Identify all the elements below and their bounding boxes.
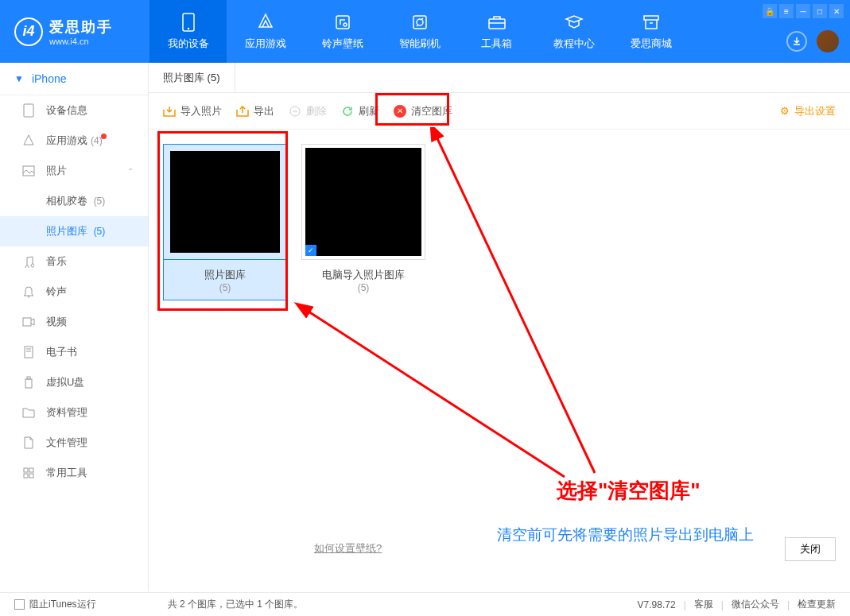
status-right: V7.98.72 | 客服 | 微信公众号 | 检查更新	[638, 598, 836, 611]
nav-label: 应用游戏	[245, 37, 286, 51]
sidebar-music[interactable]: 音乐	[0, 246, 148, 277]
sidebar-label: 电子书	[46, 345, 77, 359]
win-btn-maximize[interactable]: □	[813, 4, 827, 18]
export-settings-button[interactable]: ⚙ 导出设置	[780, 104, 836, 118]
count: (5)	[94, 226, 106, 237]
clear-icon: ✕	[394, 105, 406, 118]
apps-icon	[256, 13, 275, 32]
sidebar-label: 设备信息	[46, 103, 87, 118]
device-icon	[179, 13, 198, 32]
sidebar-label: 虚拟U盘	[46, 375, 84, 389]
main-content: 照片图库 (5) 导入照片 导出 删除 刷新 ✕ 清空图库 ⚙ 导出设置	[149, 63, 850, 591]
sidebar-device-info[interactable]: 设备信息	[0, 95, 148, 126]
svg-rect-13	[24, 474, 28, 478]
nav-flash[interactable]: 智能刷机	[381, 0, 458, 63]
sidebar-photo-library[interactable]: 照片图库 (5)	[0, 216, 148, 246]
sidebar-camera-roll[interactable]: 相机胶卷 (5)	[0, 186, 148, 216]
user-avatar[interactable]	[817, 30, 839, 52]
gallery: 照片图库 (5) ✓ 电脑导入照片图库 (5)	[149, 130, 850, 315]
folder-icon	[22, 406, 35, 419]
delete-icon	[289, 105, 301, 118]
nav-label: 铃声壁纸	[322, 37, 363, 51]
thumb-count: (5)	[305, 282, 422, 293]
tab-photo-library[interactable]: 照片图库 (5)	[149, 63, 235, 92]
nav-my-device[interactable]: 我的设备	[149, 0, 227, 63]
count: (5)	[94, 196, 106, 207]
header-right	[786, 30, 839, 52]
svg-rect-7	[23, 318, 31, 326]
refresh-icon	[341, 105, 354, 118]
clear-library-button[interactable]: ✕ 清空图库	[394, 104, 452, 118]
nav-label: 工具箱	[481, 37, 512, 51]
gallery-item-photo-library[interactable]: 照片图库 (5)	[163, 144, 287, 300]
files-icon	[22, 436, 35, 449]
toolbox-icon	[487, 13, 507, 32]
close-button[interactable]: 关闭	[785, 537, 836, 561]
win-btn-close[interactable]: ✕	[829, 4, 844, 18]
logo-icon: i4	[14, 17, 43, 46]
window-controls: 🔒 ≡ ─ □ ✕	[763, 4, 844, 18]
win-btn-menu[interactable]: ≡	[779, 4, 794, 18]
tool-label: 导入照片	[180, 104, 222, 118]
sub-label: 相机胶卷	[46, 195, 87, 207]
usb-icon	[22, 376, 35, 389]
service-link[interactable]: 客服	[694, 598, 713, 611]
svg-rect-10	[27, 377, 30, 379]
annotation-subtitle: 清空前可先将需要的照片导出到电脑上	[497, 525, 754, 545]
annotation-title: 选择"清空图库"	[557, 477, 701, 505]
tool-label: 清空图库	[411, 104, 452, 118]
device-name: iPhone	[32, 72, 67, 85]
svg-point-1	[187, 27, 188, 29]
wallpaper-help-link[interactable]: 如何设置壁纸?	[314, 541, 382, 556]
gear-icon: ⚙	[780, 105, 790, 117]
sidebar-photos[interactable]: 照片 ⌃	[0, 156, 148, 186]
nav-shop[interactable]: 爱思商城	[612, 0, 689, 63]
sidebar-label: 常用工具	[46, 466, 87, 480]
win-btn-lock[interactable]: 🔒	[763, 4, 777, 18]
status-bar: 阻止iTunes运行 共 2 个图库，已选中 1 个图库。 V7.98.72 |…	[0, 592, 850, 616]
info-icon	[22, 104, 35, 117]
gallery-item-pc-imported[interactable]: ✓ 电脑导入照片图库 (5)	[301, 144, 425, 300]
sidebar-label: 铃声	[46, 285, 67, 299]
thumb-count: (5)	[167, 282, 283, 293]
svg-rect-11	[24, 468, 28, 472]
block-itunes-checkbox[interactable]: 阻止iTunes运行	[14, 598, 96, 611]
download-button[interactable]	[786, 31, 807, 52]
thumb-caption: 照片图库 (5)	[163, 260, 287, 300]
app-header: i4 爱思助手 www.i4.cn 我的设备 应用游戏 铃声壁纸 智能刷机 工具…	[0, 0, 850, 63]
shop-icon	[642, 13, 661, 32]
sidebar-data-management[interactable]: 资料管理	[0, 397, 148, 428]
nav-toolbox[interactable]: 工具箱	[458, 0, 535, 63]
nav-label: 教程中心	[553, 37, 595, 51]
sidebar-apps[interactable]: 应用游戏 (4)	[0, 126, 148, 156]
sidebar-label: 资料管理	[46, 405, 87, 420]
sidebar-ringtones[interactable]: 铃声	[0, 277, 148, 307]
nav-ringtones[interactable]: 铃声壁纸	[304, 0, 381, 63]
win-btn-minimize[interactable]: ─	[796, 4, 810, 18]
nav-label: 我的设备	[168, 37, 209, 51]
svg-rect-8	[25, 347, 33, 358]
nav-tutorials[interactable]: 教程中心	[535, 0, 612, 63]
photo-icon	[22, 165, 35, 177]
export-button[interactable]: 导出	[236, 104, 274, 118]
grid-icon	[22, 467, 35, 479]
delete-button[interactable]: 删除	[289, 104, 327, 118]
sidebar-ebooks[interactable]: 电子书	[0, 337, 148, 367]
update-link[interactable]: 检查更新	[798, 598, 836, 611]
import-button[interactable]: 导入照片	[163, 104, 222, 118]
refresh-button[interactable]: 刷新	[341, 104, 379, 118]
expand-icon: ⌃	[127, 167, 134, 176]
nav-apps[interactable]: 应用游戏	[227, 0, 304, 63]
tool-label: 刷新	[359, 104, 379, 118]
bell-icon	[22, 285, 35, 298]
sidebar-video[interactable]: 视频	[0, 307, 148, 337]
sidebar-file-management[interactable]: 文件管理	[0, 428, 148, 458]
wechat-link[interactable]: 微信公众号	[732, 598, 779, 611]
sidebar-virtual-usb[interactable]: 虚拟U盘	[0, 367, 148, 397]
device-header[interactable]: ▼ iPhone	[0, 63, 148, 95]
thumb-image	[163, 144, 287, 260]
svg-rect-5	[24, 104, 33, 117]
sidebar-common-tools[interactable]: 常用工具	[0, 458, 148, 488]
logo-subtitle: www.i4.cn	[49, 37, 113, 46]
svg-rect-9	[25, 379, 32, 388]
